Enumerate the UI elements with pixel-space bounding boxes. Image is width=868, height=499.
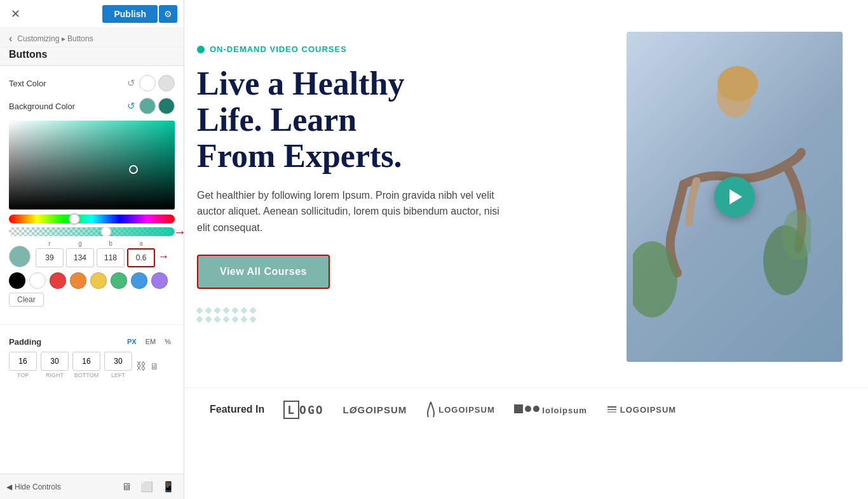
color-preview-swatch [9,246,31,267]
bg-color-swatches: ↺ [126,98,175,114]
dot [249,307,256,314]
hue-slider-wrap [9,215,175,223]
b-group: b [97,240,125,267]
padding-top-group: TOP [9,352,37,378]
dot [249,316,256,323]
alpha-arrow: → [173,225,184,239]
bg-color-reset[interactable]: ↺ [126,99,137,113]
hue-thumb[interactable] [69,213,80,225]
unit-tabs: PX EM % [123,336,175,347]
badge-row: ON-DEMAND VIDEO COURSES [197,44,601,54]
g-input[interactable] [66,248,94,267]
padding-bottom-group: BOTTOM [72,352,100,378]
hero-description: Get healthier by following lorem Ipsum. … [197,187,515,236]
close-button[interactable]: ✕ [6,5,24,23]
b-label: b [109,240,112,247]
a-label: a [139,240,143,247]
device-padding-icon[interactable]: 🖥 [150,354,159,378]
text-color-section: Text Color ↺ Background Color ↺ [0,66,184,319]
alpha-slider-wrap: → [9,227,175,236]
play-button[interactable] [714,176,755,217]
preset-white[interactable] [29,272,46,289]
logo-5: LOGOIPSUM [606,404,676,415]
text-color-row: Text Color ↺ [9,75,175,91]
logo-3: LOGOIPSUM [426,401,494,418]
text-color-reset[interactable]: ↺ [126,76,137,90]
unit-px[interactable]: PX [123,336,140,347]
b-input[interactable] [97,248,125,267]
padding-left-input[interactable] [104,352,132,371]
padding-right-input[interactable] [41,352,69,371]
bg-color-swatch-teal-dark[interactable] [158,98,175,114]
publish-button[interactable]: Publish [102,5,158,23]
hero-text: ON-DEMAND VIDEO COURSES Live a Healthy L… [197,32,601,362]
publish-group: Publish ⚙ [102,5,177,23]
text-color-label: Text Color [9,79,46,88]
hue-slider[interactable] [9,215,175,223]
svg-point-1 [717,66,758,102]
tablet-view-btn[interactable]: ⬜ [137,479,156,494]
hide-controls-button[interactable]: ◀ Hide Controls [6,482,61,491]
dot [222,316,229,323]
alpha-thumb[interactable] [100,227,112,236]
padding-left-label: LEFT [111,372,125,378]
preset-orange[interactable] [70,272,86,289]
view-courses-button[interactable]: View All Courses [197,255,330,289]
dot [240,316,247,323]
padding-section: Padding PX EM % TOP RIGHT BOTTOM LE [0,330,184,385]
preset-red[interactable] [50,272,66,289]
alpha-checker[interactable] [9,227,175,236]
hero-section: ON-DEMAND VIDEO COURSES Live a Healthy L… [184,0,868,387]
hide-label: Hide Controls [15,482,61,491]
padding-inputs: TOP RIGHT BOTTOM LEFT ⛓ 🖥 [9,352,175,378]
text-color-swatch-white[interactable] [139,75,156,91]
preset-black[interactable] [9,272,25,289]
gradient-box[interactable] [9,121,175,210]
preset-green[interactable] [111,272,127,289]
bg-color-swatch-teal-mid[interactable] [139,98,156,114]
a-input[interactable] [127,248,155,267]
a-arrow: → [158,250,169,263]
dots-row-2 [197,317,601,322]
dots-pattern [197,308,601,322]
dot [214,316,220,323]
desktop-view-btn[interactable]: 🖥 [118,479,135,494]
padding-header: Padding PX EM % [9,336,175,347]
top-bar: ✕ Publish ⚙ [0,0,184,28]
preset-yellow[interactable] [90,272,107,289]
padding-bottom-input[interactable] [72,352,100,371]
g-label: g [78,240,82,247]
padding-right-group: RIGHT [41,352,69,378]
g-group: g [66,240,94,267]
section-title: Buttons [0,48,184,66]
unit-percent[interactable]: % [161,336,175,347]
dot [231,307,238,314]
rgba-inputs: r g b a → [9,240,175,267]
badge-dot [197,46,205,53]
dot [196,316,203,323]
clear-button[interactable]: Clear [9,293,44,307]
dot [214,307,220,314]
view-mode-buttons: 🖥 ⬜ 📱 [118,479,178,494]
dot [205,307,212,314]
padding-label: Padding [9,337,41,347]
unit-em[interactable]: EM [142,336,160,347]
settings-button[interactable]: ⚙ [159,5,177,23]
r-input[interactable] [36,248,64,267]
color-picker: → r g b a [9,121,175,307]
bottom-bar: ◀ Hide Controls 🖥 ⬜ 📱 [0,474,184,499]
preset-blue[interactable] [131,272,147,289]
a-group: a → [127,240,155,267]
text-color-swatches: ↺ [126,75,175,91]
breadcrumb-bar: ‹ Customizing ▸ Buttons [0,28,184,48]
text-color-swatch-gray[interactable] [158,75,175,91]
back-button[interactable]: ‹ [9,33,12,44]
preset-purple[interactable] [151,272,168,289]
r-group: r [36,240,64,267]
padding-top-input[interactable] [9,352,37,371]
link-padding-icon[interactable]: ⛓ [136,354,146,378]
right-content: ON-DEMAND VIDEO COURSES Live a Healthy L… [184,0,868,499]
mobile-view-btn[interactable]: 📱 [159,479,178,494]
featured-label: Featured In [210,404,264,415]
hero-image-wrap [627,32,843,362]
